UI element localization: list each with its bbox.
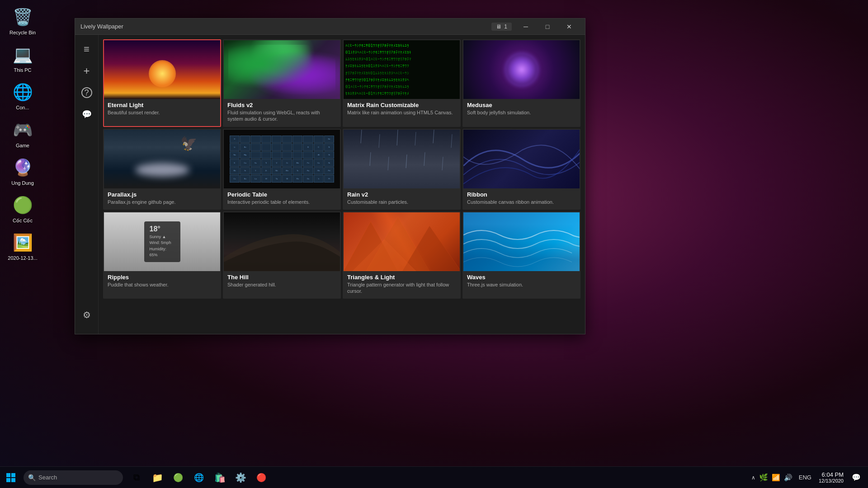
taskbar-pinned-apps: ⧉ 📁 🟢 🌐 🛍️ ⚙️ 🔴 [127,468,271,488]
monitor-number: 1 [504,23,507,30]
wallpaper-card-medusae[interactable]: Medusae Soft body jellyfish simulation. [462,39,580,127]
info-fluids-v2: Fluids v2 Fluid simulation using WebGL, … [224,99,340,126]
wallpaper-card-waves[interactable]: Waves Three.js wave simulation. [462,211,580,299]
this-pc-label: This PC [14,67,31,73]
sidebar: ≡ + ? 💬 ⚙ [75,35,99,334]
settings-app-icon: ⚙️ [235,472,246,483]
sidebar-item-settings[interactable]: ⚙ [77,305,97,325]
start-button[interactable] [0,467,22,488]
screenshot-icon: 🖼️ [12,232,33,253]
system-tray-icons[interactable]: ∧ 🌿 📶 🔊 [749,473,795,482]
content-area[interactable]: Eternal Light Beautiful sunset render. F… [99,35,585,334]
taskbar-app-file-explorer[interactable]: 📁 [147,468,167,488]
desktop-icon-screenshot[interactable]: 🖼️ 2020-12-13... [5,230,41,263]
volume-icon: 🔊 [784,474,793,482]
desc-ripples: Puddle that shows weather. [108,282,217,288]
desc-parallax-js: Parallax.js engine github page. [108,199,217,205]
app6-icon: 🔴 [256,473,266,483]
taskbar-app-6[interactable]: 🔴 [251,468,271,488]
clock-date: 12/13/2020 [819,478,844,483]
desktop-icon-control-panel[interactable]: 🌐 Con... [5,80,41,113]
taskbar-app-coccoc[interactable]: 🟢 [168,468,188,488]
wallpaper-card-fluids-v2[interactable]: Fluids v2 Fluid simulation using WebGL, … [223,39,341,127]
wallpaper-card-eternal-light[interactable]: Eternal Light Beautiful sunset render. [103,39,221,127]
notification-icon: 💬 [852,473,861,482]
info-eternal-light: Eternal Light Beautiful sunset render. [104,99,220,119]
ung-dung-icon: 🔮 [12,157,33,178]
svg-line-7 [388,157,389,170]
svg-line-4 [433,130,434,143]
taskbar-app-edge[interactable]: 🌐 [189,468,209,488]
sidebar-item-help[interactable]: ? [77,83,97,103]
thumb-matrix-rain: ﾊﾐﾋｰｳｼﾅﾓﾆｻ01ﾜﾂｵﾘｱﾎﾃﾏｹﾒｴｶｷﾑﾕﾗ 01ｽﾀﾇﾍﾊﾐﾋｰｳ… [344,40,460,99]
info-waves: Waves Three.js wave simulation. [463,271,580,291]
title-ribbon: Ribbon [467,191,576,198]
close-button[interactable]: ✕ [559,19,580,35]
title-ripples: Ripples [108,274,217,281]
library-icon: ≡ [84,43,90,55]
desc-eternal-light: Beautiful sunset render. [108,109,217,116]
desktop-icon-game[interactable]: 🎮 Game [5,117,41,150]
desc-triangles-light: Triangle pattern generator with light th… [347,282,456,295]
wallpaper-card-the-hill[interactable]: The Hill Shader generated hill. [223,211,341,299]
wallpaper-card-parallax-js[interactable]: 🦅 Parallax.js Parallax.js engine github … [103,129,221,210]
title-parallax-js: Parallax.js [108,191,217,198]
clock-time: 6:04 PM [819,471,844,478]
svg-line-6 [370,152,371,166]
malware-icon: 🌿 [759,473,768,482]
thumb-medusae [463,40,580,99]
maximize-button[interactable]: □ [537,19,558,35]
title-triangles-light: Triangles & Light [347,274,456,281]
svg-line-3 [415,132,416,145]
desktop-icon-ung-dung[interactable]: 🔮 Ung Dung [5,155,41,188]
taskbar-app-store[interactable]: 🛍️ [210,468,230,488]
desc-medusae: Soft body jellyfish simulation. [467,109,576,116]
control-panel-icon: 🌐 [12,81,33,103]
taskbar-app-settings[interactable]: ⚙️ [231,468,250,488]
svg-rect-18 [11,478,15,482]
wallpaper-card-rain-v2[interactable]: Rain v2 Customisable rain particles. [343,129,461,210]
store-icon: 🛍️ [214,472,226,483]
info-rain-v2: Rain v2 Customisable rain particles. [344,188,460,209]
taskbar-system-tray: ∧ 🌿 📶 🔊 ENG 6:04 PM 12/13/2020 💬 [749,468,868,488]
monitor-badge[interactable]: 🖥 1 [491,23,512,31]
edge-icon: 🌐 [194,473,204,483]
wallpaper-card-ribbon[interactable]: Ribbon Customisable canvas ribbon animat… [462,129,580,210]
coc-coc-label: Cốc Cốc [13,218,33,224]
info-periodic-table: Periodic Table Interactive periodic tabl… [224,188,340,209]
title-medusae: Medusae [467,102,576,108]
sidebar-item-feedback[interactable]: 💬 [77,104,97,124]
language-badge[interactable]: ENG [797,474,813,481]
title-bar-controls: ─ □ ✕ [515,19,580,35]
thumb-triangles-light [344,212,460,271]
info-matrix-rain: Matrix Rain Customizable Matrix like rai… [344,99,460,119]
sidebar-item-library[interactable]: ≡ [77,39,97,59]
control-panel-label: Con... [16,105,29,111]
ung-dung-label: Ung Dung [11,180,34,186]
wallpaper-card-periodic-table[interactable]: H He Li Be [223,129,341,210]
minimize-button[interactable]: ─ [515,19,536,35]
game-icon: 🎮 [12,119,33,141]
thumb-eternal-light [104,40,220,99]
wallpaper-card-triangles-light[interactable]: Triangles & Light Triangle pattern gener… [343,211,461,299]
desktop-icon-recycle-bin[interactable]: 🗑️ Recycle Bin [5,5,41,38]
thumb-the-hill [224,212,340,271]
this-pc-icon: 💻 [12,44,33,66]
thumb-ribbon [463,130,580,188]
desktop-icons: 🗑️ Recycle Bin 💻 This PC 🌐 Con... 🎮 Game… [0,0,45,267]
wallpaper-card-matrix-rain[interactable]: ﾊﾐﾋｰｳｼﾅﾓﾆｻ01ﾜﾂｵﾘｱﾎﾃﾏｹﾒｴｶｷﾑﾕﾗ 01ｽﾀﾇﾍﾊﾐﾋｰｳ… [343,39,461,127]
desktop-icon-coc-coc[interactable]: 🟢 Cốc Cốc [5,192,41,225]
taskbar-clock[interactable]: 6:04 PM 12/13/2020 [815,471,847,483]
svg-rect-17 [6,478,10,482]
game-label: Game [16,143,29,149]
desktop-icon-this-pc[interactable]: 💻 This PC [5,42,41,75]
svg-line-2 [397,130,398,145]
taskbar-task-view[interactable]: ⧉ [127,468,146,488]
wallpaper-card-ripples[interactable]: 18° Sunny ▲Wind: 5mphHumidity: 65% Rippl… [103,211,221,299]
recycle-bin-icon: 🗑️ [12,6,33,28]
title-eternal-light: Eternal Light [108,102,217,108]
sidebar-item-add[interactable]: + [77,61,97,81]
taskbar: 🔍 Search ⧉ 📁 🟢 🌐 🛍️ ⚙️ 🔴 ∧ 🌿 📶 🔊 [0,466,868,488]
notification-button[interactable]: 💬 [849,468,863,488]
taskbar-search[interactable]: 🔍 Search [24,470,123,485]
